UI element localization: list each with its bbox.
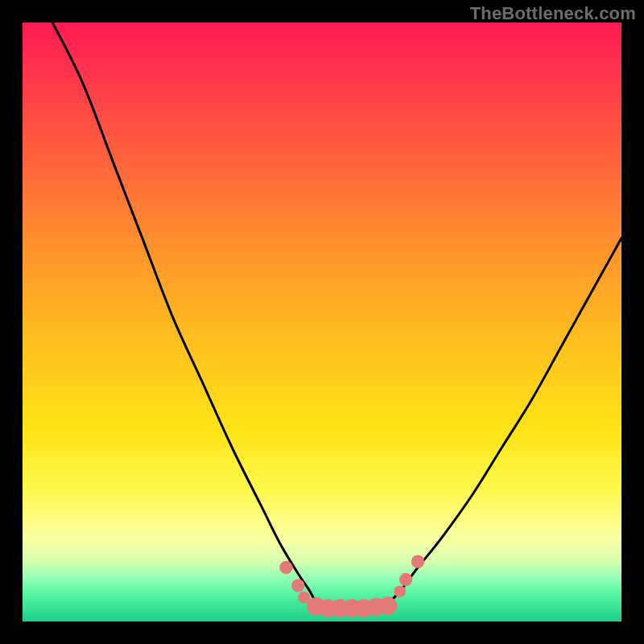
chart-frame: TheBottleneck.com — [0, 0, 644, 644]
bottom-marker — [399, 573, 412, 586]
bottom-marker — [291, 579, 304, 592]
bottom-marker — [394, 585, 406, 597]
watermark-text: TheBottleneck.com — [470, 3, 636, 24]
bottom-marker — [411, 555, 424, 568]
curve-left-branch — [52, 23, 316, 604]
bottom-marker — [279, 561, 292, 574]
chart-svg — [23, 23, 621, 621]
plot-area — [23, 23, 621, 621]
bottom-marker — [378, 597, 397, 615]
curve-right-branch — [388, 238, 621, 604]
